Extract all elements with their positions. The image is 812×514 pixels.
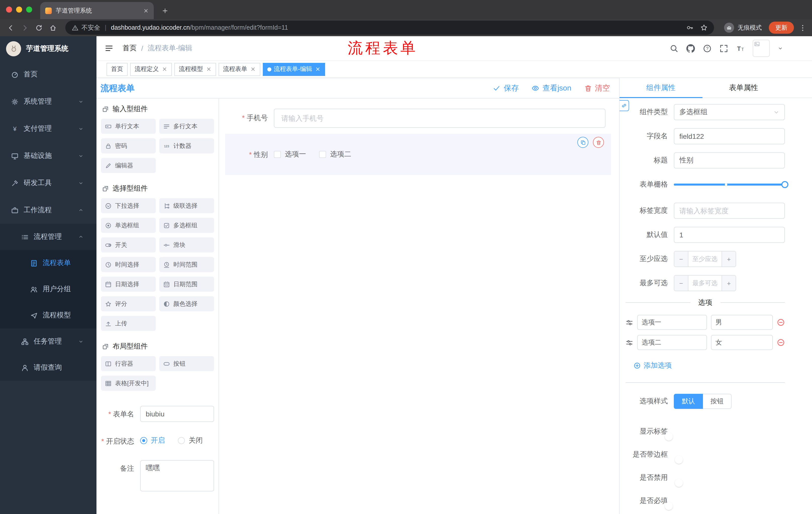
title-input[interactable] — [674, 153, 785, 168]
palette-item[interactable]: 多行文本 — [159, 119, 214, 134]
page-url[interactable]: dashboard.yudao.iocoder.cn/bpm/manager/f… — [111, 24, 288, 31]
browser-update-button[interactable]: 更新 — [769, 22, 794, 34]
sidebar-item-process-management[interactable]: 流程管理 — [0, 224, 96, 250]
tag-close-icon[interactable] — [250, 66, 256, 72]
palette-item[interactable]: 级联选择 — [159, 198, 214, 213]
slider-handle[interactable] — [781, 181, 788, 188]
tag-2[interactable]: 流程模型 — [174, 63, 216, 76]
component-type-select[interactable]: 多选框组 — [674, 104, 785, 120]
tab-component-props[interactable]: 组件属性 — [619, 78, 702, 98]
stepper-minus-icon[interactable]: − — [674, 276, 688, 291]
tag-close-icon[interactable] — [315, 66, 321, 72]
password-key-icon[interactable] — [686, 24, 693, 31]
minimize-window-button[interactable] — [16, 6, 22, 12]
palette-item[interactable]: 日期范围 — [159, 277, 214, 292]
forward-icon[interactable] — [18, 21, 31, 34]
gender-checkbox-option[interactable]: 选项二 — [319, 150, 351, 159]
link-icon[interactable] — [619, 100, 629, 111]
add-option-button[interactable]: 添加选项 — [634, 361, 672, 370]
label-width-input[interactable] — [674, 203, 785, 219]
palette-item[interactable]: 编辑器 — [101, 158, 156, 173]
view-json-button[interactable]: 查看json — [532, 83, 571, 93]
palette-item[interactable]: 单行文本 — [101, 119, 156, 134]
fullscreen-icon[interactable] — [720, 44, 728, 53]
delete-widget-icon[interactable] — [593, 137, 604, 148]
stepper-plus-icon[interactable]: + — [722, 276, 736, 291]
palette-item[interactable]: 时间范围 — [159, 257, 214, 272]
new-tab-button[interactable] — [162, 2, 168, 19]
design-canvas[interactable]: 手机号 性别 选项一选项二 — [219, 99, 619, 514]
palette-item[interactable]: 时间选择 — [101, 257, 156, 272]
palette-item[interactable]: 行容器 — [101, 356, 156, 371]
copy-widget-icon[interactable] — [577, 137, 588, 148]
sidebar-item-dev-tools[interactable]: 研发工具 — [0, 169, 96, 197]
sidebar-item-workflow[interactable]: 工作流程 — [0, 197, 96, 224]
tag-1[interactable]: 流程定义 — [130, 63, 172, 76]
address-bar[interactable]: 不安全 | dashboard.yudao.iocoder.cn/bpm/man… — [65, 21, 714, 35]
tag-4[interactable]: 流程表单-编辑 — [263, 63, 325, 76]
tag-3[interactable]: 流程表单 — [219, 63, 260, 76]
sidebar-logo[interactable]: 芋道管理系统 — [0, 36, 96, 61]
close-window-button[interactable] — [6, 6, 12, 12]
checkbox-box[interactable] — [319, 151, 326, 158]
checkbox-box[interactable] — [274, 151, 281, 158]
help-icon[interactable]: ? — [703, 44, 712, 53]
stepper-plus-icon[interactable]: + — [722, 251, 736, 267]
save-button[interactable]: 保存 — [493, 83, 519, 93]
form-name-input[interactable] — [140, 406, 214, 422]
palette-item[interactable]: 多选框组 — [159, 218, 214, 233]
search-icon[interactable] — [670, 44, 678, 53]
status-radio-off[interactable]: 关闭 — [178, 436, 203, 445]
status-radio-on[interactable]: 开启 — [140, 436, 165, 445]
sidebar-item-leave-query[interactable]: 请假查询 — [0, 355, 96, 381]
option-value-input[interactable] — [711, 335, 773, 350]
option-label-input[interactable] — [637, 335, 707, 350]
sidebar-item-process-form[interactable]: 流程表单 — [0, 250, 96, 276]
sidebar-item-system-management[interactable]: 系统管理 — [0, 88, 96, 115]
security-label[interactable]: 不安全 — [81, 23, 100, 32]
palette-item[interactable]: 按钮 — [159, 356, 214, 371]
style-default-button[interactable]: 默认 — [674, 394, 703, 409]
palette-item[interactable]: 单选框组 — [101, 218, 156, 233]
field-name-input[interactable] — [674, 128, 785, 144]
phone-field-input[interactable] — [274, 109, 606, 128]
sidebar-item-user-group[interactable]: 用户分组 — [0, 276, 96, 302]
font-size-icon[interactable]: TT — [736, 44, 745, 53]
clear-button[interactable]: 清空 — [584, 83, 610, 93]
option-label-input[interactable] — [637, 315, 707, 330]
min-select-placeholder[interactable]: 至少应选 — [688, 251, 722, 267]
avatar-caret-icon[interactable] — [778, 46, 783, 51]
grid-slider[interactable] — [674, 177, 785, 193]
gender-checkbox-option[interactable]: 选项一 — [274, 150, 306, 159]
tab-close-icon[interactable] — [143, 8, 149, 13]
zoom-window-button[interactable] — [26, 6, 32, 12]
sidebar-item-payment-management[interactable]: ¥支付管理 — [0, 115, 96, 142]
max-select-placeholder[interactable]: 最多可选 — [688, 276, 722, 291]
home-icon[interactable] — [46, 21, 59, 34]
sidebar-item-process-model[interactable]: 流程模型 — [0, 302, 96, 328]
tag-close-icon[interactable] — [206, 66, 211, 72]
option-value-input[interactable] — [711, 315, 773, 330]
palette-item[interactable]: 日期选择 — [101, 277, 156, 292]
palette-item[interactable]: 123计数器 — [159, 138, 214, 154]
palette-item[interactable]: 颜色选择 — [159, 296, 214, 311]
tag-0[interactable]: 首页 — [107, 63, 127, 76]
sidebar-item-infrastructure[interactable]: 基础设施 — [0, 142, 96, 169]
bookmark-star-icon[interactable] — [700, 24, 707, 31]
browser-tab[interactable]: 芋道管理系统 — [40, 2, 154, 19]
gender-field-widget[interactable]: 性别 选项一选项二 — [225, 134, 611, 175]
sidebar-toggle-icon[interactable] — [105, 44, 114, 53]
sidebar-item-home[interactable]: 首页 — [0, 61, 96, 88]
palette-item[interactable]: 滑块 — [159, 237, 214, 252]
phone-field-widget[interactable]: 手机号 — [225, 109, 611, 128]
default-value-input[interactable] — [674, 227, 785, 243]
stepper-minus-icon[interactable]: − — [674, 251, 688, 267]
palette-item[interactable]: 密码 — [101, 138, 156, 154]
form-remark-textarea[interactable]: 嘿嘿 — [140, 460, 214, 491]
user-avatar[interactable] — [753, 40, 770, 57]
back-icon[interactable] — [4, 21, 17, 34]
style-button-button[interactable]: 按钮 — [703, 394, 732, 409]
sidebar-item-task-management[interactable]: 任务管理 — [0, 328, 96, 355]
palette-item[interactable]: 表格[开发中] — [101, 376, 156, 391]
palette-item[interactable]: 下拉选择 — [101, 198, 156, 213]
